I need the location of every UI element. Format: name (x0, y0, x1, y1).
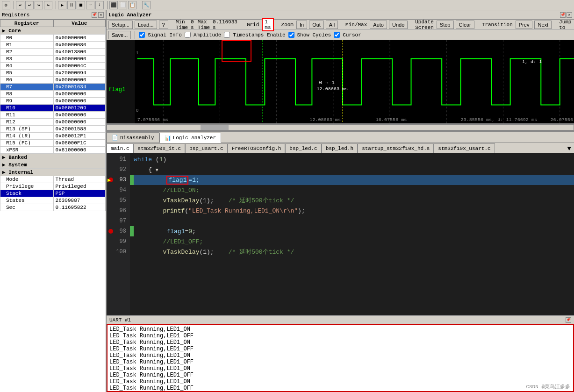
file-tab-0[interactable]: main.c (107, 143, 134, 153)
table-row[interactable]: R50x20000094 (0, 70, 106, 77)
la-pin-icon[interactable]: 📌 (560, 12, 566, 18)
registers-pin-icon[interactable]: 📌 (92, 12, 97, 18)
table-row[interactable]: R110x00000000 (0, 112, 106, 119)
toolbar-icon-pause[interactable]: ⏸ (67, 1, 76, 9)
stop-button[interactable]: Stop (437, 21, 454, 29)
toolbar-sep-3 (106, 1, 108, 9)
table-row[interactable]: R40x0000004C (0, 63, 106, 70)
table-row[interactable]: States26309887 (0, 197, 106, 204)
list-item: LED_Task Running,LED1_OFF (109, 333, 571, 339)
signal-info-checkbox[interactable] (139, 32, 145, 38)
table-row[interactable]: R120x00000000 (0, 119, 106, 126)
toolbar-icon-run[interactable]: ▶ (58, 1, 66, 9)
cursor-checkbox[interactable] (334, 32, 340, 38)
table-row[interactable]: PrivilegePrivileged (0, 183, 106, 190)
file-tab-5[interactable]: bsp_led.h (322, 143, 358, 153)
toolbar-icon-4[interactable]: ↪ (35, 1, 43, 9)
toolbar-icon-2[interactable]: ↩ (16, 1, 24, 9)
logic-analyzer-icon: 📊 (165, 135, 171, 141)
file-tab-4[interactable]: bsp_led.c (285, 143, 321, 153)
clear-button[interactable]: Clear (456, 21, 474, 29)
table-row[interactable]: ModeThread (0, 176, 106, 183)
file-tab-3[interactable]: FreeRTOSConfig.h (228, 143, 286, 153)
tab-logic-analyzer[interactable]: 📊 Logic Analyzer (159, 133, 221, 143)
disassembly-icon: 📄 (112, 135, 118, 141)
la-scrollbar[interactable] (107, 124, 574, 131)
undo-button[interactable]: Undo (389, 21, 408, 29)
toolbar-sep-1 (12, 1, 14, 9)
amplitude-label: Amplitude (194, 32, 221, 38)
zoom-out-button[interactable]: Out (309, 21, 324, 29)
next-button[interactable]: Next (534, 21, 552, 29)
waveform-container[interactable]: flag1 1 0 0 → 1 12.08663 ms (107, 40, 574, 124)
svg-text:26.07556: 26.07556 (550, 117, 573, 122)
load-button[interactable]: Load... (135, 21, 157, 29)
uart-panel: UART #1 📌 LED_Task Running,LED1_ONLED_Ta… (107, 315, 574, 392)
file-tab-6[interactable]: startup_stm32f10x_hd.s (358, 143, 434, 153)
toolbar-icon-7[interactable]: ⬜ (119, 1, 127, 9)
reg-group-internal[interactable]: ▶ Internal (0, 169, 106, 176)
la-close-icon[interactable]: ✕ (567, 12, 572, 18)
jump-to-label: Jump to (559, 19, 571, 30)
zoom-all-button[interactable]: All (326, 21, 338, 29)
setup-button[interactable]: Setup... (108, 21, 133, 29)
table-row[interactable]: R90x00000000 (0, 98, 106, 105)
top-toolbar: ⚙ ↩ ↩ ↪ ↪ ▶ ⏸ ⏹ → ↓ ⬛ ⬜ 📋 🔧 (0, 0, 574, 10)
code-content[interactable]: while (1) { ▼ flag1=1; //LED1_ON; vTaskD… (130, 153, 574, 315)
code-line-100: vTaskDelay(1); /* 延时500个tick */ (130, 247, 574, 257)
amplitude-checkbox[interactable] (185, 32, 191, 38)
la-toolbar-row2: Save... Signal Info Amplitude Timestamps… (107, 30, 574, 40)
list-item: LED_Task Running,LED1_ON (109, 378, 571, 385)
file-tab-2[interactable]: bsp_usart.c (185, 143, 228, 153)
min-time-value: 0 s (191, 19, 194, 30)
table-row[interactable]: R14 (LR)0x080012F1 (0, 133, 106, 140)
zoom-in-button[interactable]: In (296, 21, 307, 29)
code-line-96: printf("LED_Task Running,LED1_ON\r\n"); (130, 206, 574, 216)
table-row[interactable]: Sec0.11695822 (0, 204, 106, 211)
prev-button[interactable]: Prev (516, 21, 533, 29)
table-row[interactable]: R20x40013800 (0, 49, 106, 56)
reg-group-core[interactable]: ▶ Core (0, 27, 106, 35)
logic-analyzer-panel: Logic Analyzer 📌 ✕ Setup... Load... ? Mi… (107, 10, 574, 132)
reg-group-system[interactable]: ▶ System (0, 161, 106, 169)
fold-arrow[interactable]: ▼ (156, 168, 158, 173)
question-button[interactable]: ? (159, 21, 168, 29)
table-row[interactable]: R30x00000000 (0, 56, 106, 63)
table-row[interactable]: R13 (SP)0x20001588 (0, 126, 106, 133)
auto-button[interactable]: Auto (370, 21, 387, 29)
tab-disassembly[interactable]: 📄 Disassembly (107, 132, 159, 143)
table-row[interactable]: R100x08001209 (0, 105, 106, 112)
la-title: Logic Analyzer (108, 12, 151, 18)
table-row[interactable]: R70x20001634 (0, 84, 106, 91)
table-row[interactable]: StackPSP (0, 190, 106, 197)
toolbar-icon-8[interactable]: 📋 (128, 1, 136, 9)
table-row[interactable]: R60x00000000 (0, 77, 106, 84)
show-cycles-checkbox[interactable] (288, 32, 294, 38)
file-tab-1[interactable]: stm32f10x_it.c (134, 143, 185, 153)
toolbar-icon-9[interactable]: 🔧 (142, 1, 151, 9)
toolbar-icon-stop[interactable]: ⏹ (77, 1, 85, 9)
registers-close-icon[interactable]: ✕ (98, 12, 104, 18)
code-line-93: flag1=1; (130, 175, 574, 185)
reg-group-banked[interactable]: ▶ Banked (0, 154, 106, 161)
list-item: LED_Task Running,LED1_OFF (109, 385, 571, 392)
toolbar-icon-1[interactable]: ⚙ (2, 1, 10, 9)
table-row[interactable]: R10x00000080 (0, 42, 106, 49)
toolbar-icon-3[interactable]: ↩ (25, 1, 34, 9)
uart-content[interactable]: LED_Task Running,LED1_ONLED_Task Running… (107, 324, 574, 392)
uart-pin-icon[interactable]: 📌 (566, 317, 571, 323)
file-tab-7[interactable]: stm32f10x_usart.c (434, 143, 495, 153)
table-row[interactable]: R80x00000000 (0, 91, 106, 98)
toolbar-icon-step-in[interactable]: ↓ (95, 1, 104, 9)
grid-value: 1 ms (262, 18, 273, 31)
file-tabs-dropdown[interactable]: ▼ (565, 144, 574, 153)
timestamps-enable-checkbox[interactable] (224, 32, 230, 38)
save-button[interactable]: Save... (108, 31, 131, 39)
toolbar-icon-step-over[interactable]: → (86, 1, 94, 9)
table-row[interactable]: R00x00000000 (0, 35, 106, 42)
cursor-label: Cursor (343, 32, 361, 38)
table-row[interactable]: R15 (PC)0x08000F1C (0, 140, 106, 147)
toolbar-icon-5[interactable]: ↪ (44, 1, 52, 9)
toolbar-icon-6[interactable]: ⬛ (109, 1, 118, 9)
table-row[interactable]: xPSR0x81000000 (0, 147, 106, 154)
